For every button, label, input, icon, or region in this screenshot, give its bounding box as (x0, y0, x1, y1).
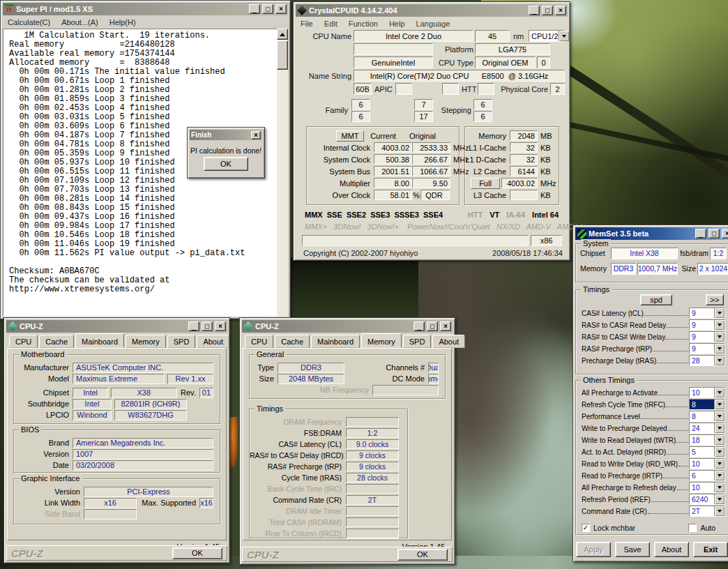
cpuz-tab[interactable]: Mainboard (75, 333, 124, 348)
cpuz-tab[interactable]: CPU (245, 335, 273, 348)
close-icon[interactable]: × (555, 6, 566, 15)
chevron-down-icon[interactable] (559, 31, 569, 41)
chevron-down-icon[interactable] (714, 494, 725, 504)
timing-dropdown[interactable]: 10 (689, 387, 725, 398)
superpi-scrollbar[interactable] (277, 29, 288, 317)
timing-dropdown[interactable]: 5 (689, 446, 725, 457)
minimize-icon[interactable]: _ (695, 229, 706, 238)
menu-item[interactable]: Language (416, 20, 450, 28)
about-button[interactable]: About (654, 542, 689, 557)
chevron-down-icon[interactable] (714, 483, 725, 492)
timing-dropdown[interactable]: 8 (689, 411, 725, 422)
ok-button[interactable]: OK (204, 157, 248, 171)
menu-item[interactable]: File (301, 20, 313, 28)
memset-timing-row: Read to Write Delay (tRD_WR) 10 (576, 457, 728, 469)
close-icon[interactable]: × (215, 321, 226, 331)
expand-button[interactable]: >> (706, 294, 724, 305)
link-width-field: x16 (84, 498, 137, 508)
scroll-up-icon[interactable] (277, 29, 288, 40)
full-button[interactable]: Full (471, 178, 500, 189)
chevron-down-icon[interactable] (714, 459, 725, 469)
cpuz-titlebar[interactable]: CPU-Z _ □ × (242, 320, 453, 333)
crystalcpuid-titlebar[interactable]: CrystalCPUID 4.14.2.404 _ □ × (296, 4, 568, 17)
maximize-icon[interactable]: □ (427, 321, 438, 331)
timing-dropdown[interactable]: 28 (689, 355, 725, 366)
crystalcpuid-app-icon (297, 6, 307, 15)
menu-item[interactable]: Function (349, 20, 378, 28)
chipset-rev-label: Rev. (177, 388, 199, 397)
save-button[interactable]: Save (615, 542, 650, 557)
cpuz-tab[interactable]: SPD (167, 335, 196, 348)
exit-button[interactable]: Exit (693, 542, 728, 557)
spd-button[interactable]: spd (640, 294, 672, 305)
maximize-icon[interactable]: □ (262, 4, 273, 14)
minimize-icon[interactable]: _ (529, 6, 540, 15)
scrollbar-thumb[interactable] (277, 40, 288, 70)
timing-dropdown[interactable]: 24 (689, 423, 725, 434)
chevron-down-icon[interactable] (714, 411, 725, 421)
timing-dropdown[interactable]: 10 (689, 482, 725, 493)
chevron-down-icon[interactable] (714, 400, 725, 409)
timing-dropdown[interactable]: 9 (689, 308, 725, 319)
chipset-label: Chipset (14, 388, 73, 397)
maximize-icon[interactable]: □ (708, 229, 720, 238)
minimize-icon[interactable]: _ (414, 321, 425, 331)
chevron-down-icon[interactable] (714, 388, 725, 397)
timing-dropdown[interactable]: 8 (689, 399, 725, 410)
ok-button[interactable]: OK (172, 547, 222, 559)
apply-button[interactable]: Apply (576, 542, 611, 557)
cpuz-tab[interactable]: About (197, 335, 229, 348)
timing-dropdown[interactable]: 18 (689, 434, 725, 446)
menu-item[interactable]: Help (389, 20, 405, 28)
timing-dropdown[interactable]: 10 (689, 458, 725, 469)
chevron-down-icon[interactable] (714, 308, 725, 318)
chevron-down-icon[interactable] (714, 471, 725, 480)
minimize-icon[interactable]: _ (249, 4, 260, 14)
chevron-down-icon[interactable] (714, 344, 725, 354)
chevron-down-icon[interactable] (714, 435, 725, 445)
superpi-menubar: Calculate(C)About...(A)Help(H) (3, 15, 288, 29)
mmt-button[interactable]: MMT (336, 130, 364, 142)
cpuz-tab[interactable]: About (432, 335, 465, 348)
chevron-down-icon[interactable] (714, 506, 725, 516)
maximize-icon[interactable]: □ (542, 6, 553, 15)
close-icon[interactable]: × (722, 229, 728, 238)
menu-item[interactable]: Help(H) (109, 18, 136, 26)
chevron-down-icon[interactable] (714, 332, 725, 342)
timing-dropdown[interactable]: 6 (689, 470, 725, 481)
menu-item[interactable]: Edit (324, 20, 338, 28)
close-icon[interactable]: × (251, 131, 261, 139)
superpi-titlebar[interactable]: π Super PI / mod1.5 XS _ □ × (3, 3, 288, 15)
finish-titlebar[interactable]: Finish × (190, 130, 262, 140)
chevron-down-icon[interactable] (714, 447, 725, 457)
chevron-down-icon[interactable] (714, 423, 725, 433)
cpuz-tab[interactable]: SPD (403, 335, 432, 348)
menu-item[interactable]: About...(A) (61, 18, 98, 26)
timing-dropdown[interactable]: 9 (689, 319, 725, 331)
lpcio-field: W83627DHG (114, 410, 187, 420)
timing-dropdown[interactable]: 2T (689, 506, 725, 517)
chevron-down-icon[interactable] (714, 320, 725, 330)
cpuz-tab[interactable]: Cache (39, 335, 74, 348)
lock-mchbar-checkbox[interactable]: ✓ (582, 524, 590, 532)
menu-item[interactable]: Calculate(C) (8, 18, 50, 26)
maximize-icon[interactable]: □ (202, 321, 213, 331)
timing-dropdown[interactable]: 6240 (689, 494, 725, 505)
timing-dropdown[interactable]: 9 (689, 331, 725, 342)
auto-checkbox[interactable] (688, 524, 697, 532)
cpuz-tab[interactable]: CPU (9, 335, 38, 348)
cpuz-tab[interactable]: Memory (126, 335, 166, 348)
cpuz-titlebar[interactable]: CPU-Z _ □ × (6, 320, 227, 333)
timing-dropdown[interactable]: 9 (689, 343, 725, 354)
close-icon[interactable]: × (440, 321, 451, 331)
ok-button[interactable]: OK (397, 549, 448, 561)
chevron-down-icon[interactable] (714, 356, 725, 365)
cpuz-tab[interactable]: Memory (361, 333, 402, 348)
cpuz-tab[interactable]: Mainboard (311, 335, 360, 348)
bios-version-field: 1007 (73, 449, 213, 460)
cpu-select-dropdown[interactable]: CPU1/2 (529, 30, 565, 42)
cpuz-tab[interactable]: Cache (275, 335, 310, 348)
close-icon[interactable]: × (275, 4, 287, 14)
minimize-icon[interactable]: _ (188, 321, 199, 331)
memset-titlebar[interactable]: MemSet 3.5 beta _ □ × (575, 227, 728, 240)
